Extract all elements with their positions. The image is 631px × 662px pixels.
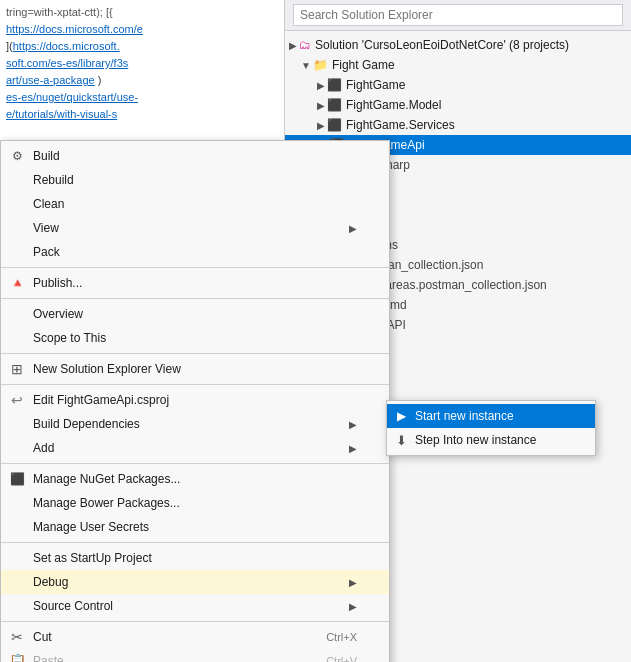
menu-item-clean[interactable]: Clean [1, 192, 389, 216]
fightgame-model-arrow: ▶ [317, 100, 325, 111]
step-into-icon: ⬇ [391, 433, 411, 448]
fightgame-services-arrow: ▶ [317, 120, 325, 131]
separator-6 [1, 542, 389, 543]
separator-7 [1, 621, 389, 622]
editor-line-3: ](https://docs.microsoft. [6, 38, 278, 55]
menu-item-add-label: Add [33, 441, 54, 455]
tree-item-fightgame[interactable]: ▶ ⬛ FightGame [285, 75, 631, 95]
menu-item-rebuild[interactable]: Rebuild [1, 168, 389, 192]
menu-item-pack[interactable]: Pack [1, 240, 389, 264]
menu-item-add[interactable]: Add ▶ [1, 436, 389, 460]
add-arrow: ▶ [349, 443, 357, 454]
menu-item-overview-label: Overview [33, 307, 83, 321]
separator-1 [1, 267, 389, 268]
menu-item-build-deps-label: Build Dependencies [33, 417, 140, 431]
menu-item-scope[interactable]: Scope to This [1, 326, 389, 350]
menu-item-build-label: Build [33, 149, 60, 163]
menu-item-paste[interactable]: 📋 Paste Ctrl+V [1, 649, 389, 662]
menu-item-view[interactable]: View ▶ [1, 216, 389, 240]
submenu-item-step-into-label: Step Into new instance [415, 433, 536, 447]
submenu-item-start-new-label: Start new instance [415, 409, 514, 423]
menu-item-overview[interactable]: Overview [1, 302, 389, 326]
menu-item-debug[interactable]: Debug ▶ [1, 570, 389, 594]
editor-line-5: art/use-a-package ) [6, 72, 278, 89]
new-solution-view-icon: ⊞ [7, 361, 27, 377]
editor-line-2: https://docs.microsoft.com/e [6, 21, 278, 38]
project-icon-fightgame: ⬛ [327, 78, 342, 92]
fightgame-folder-label: Fight Game [332, 58, 395, 72]
debug-submenu: ▶ Start new instance ⬇ Step Into new ins… [386, 400, 596, 456]
project-icon-model: ⬛ [327, 98, 342, 112]
separator-2 [1, 298, 389, 299]
fightgame-services-label: FightGame.Services [346, 118, 455, 132]
menu-item-publish[interactable]: 🔺 Publish... [1, 271, 389, 295]
menu-item-new-solution-view[interactable]: ⊞ New Solution Explorer View [1, 357, 389, 381]
tree-item-fightgame-services[interactable]: ▶ ⬛ FightGame.Services [285, 115, 631, 135]
folder-icon: 📁 [313, 58, 328, 72]
menu-item-paste-label: Paste [33, 654, 64, 662]
menu-item-build[interactable]: ⚙ Build [1, 144, 389, 168]
menu-item-new-solution-view-label: New Solution Explorer View [33, 362, 181, 376]
context-menu: ⚙ Build Rebuild Clean View ▶ Pack 🔺 Publ… [0, 140, 390, 662]
menu-item-debug-label: Debug [33, 575, 68, 589]
menu-item-source-control[interactable]: Source Control ▶ [1, 594, 389, 618]
submenu-item-step-into[interactable]: ⬇ Step Into new instance [387, 428, 595, 452]
menu-item-nuget-label: Manage NuGet Packages... [33, 472, 180, 486]
tree-item-fightgame-folder[interactable]: ▼ 📁 Fight Game [285, 55, 631, 75]
paste-icon: 📋 [7, 653, 27, 662]
menu-item-build-deps[interactable]: Build Dependencies ▶ [1, 412, 389, 436]
menu-item-edit-csproj-label: Edit FightGameApi.csproj [33, 393, 169, 407]
menu-item-bower[interactable]: Manage Bower Packages... [1, 491, 389, 515]
cut-shortcut: Ctrl+X [326, 631, 357, 643]
cut-icon: ✂ [7, 629, 27, 645]
solution-root-label: Solution 'CursoLeonEoiDotNetCore' (8 pro… [315, 38, 569, 52]
menu-item-bower-label: Manage Bower Packages... [33, 496, 180, 510]
build-icon: ⚙ [7, 149, 27, 163]
fightgame-label: FightGame [346, 78, 405, 92]
separator-3 [1, 353, 389, 354]
menu-item-publish-label: Publish... [33, 276, 82, 290]
solution-icon: 🗂 [299, 38, 311, 52]
solution-explorer-header [285, 0, 631, 31]
menu-item-scope-label: Scope to This [33, 331, 106, 345]
build-deps-arrow: ▶ [349, 419, 357, 430]
menu-item-user-secrets[interactable]: Manage User Secrets [1, 515, 389, 539]
project-icon-services: ⬛ [327, 118, 342, 132]
solution-explorer-search[interactable] [293, 4, 623, 26]
solution-root-arrow: ▶ [289, 40, 297, 51]
solution-root-item[interactable]: ▶ 🗂 Solution 'CursoLeonEoiDotNetCore' (8… [285, 35, 631, 55]
menu-item-rebuild-label: Rebuild [33, 173, 74, 187]
editor-line-1: tring=with-xptat-ctt); [{ [6, 4, 278, 21]
menu-item-startup-label: Set as StartUp Project [33, 551, 152, 565]
debug-arrow: ▶ [349, 577, 357, 588]
menu-item-user-secrets-label: Manage User Secrets [33, 520, 149, 534]
separator-5 [1, 463, 389, 464]
menu-item-cut[interactable]: ✂ Cut Ctrl+X [1, 625, 389, 649]
submenu-item-start-new[interactable]: ▶ Start new instance [387, 404, 595, 428]
menu-item-clean-label: Clean [33, 197, 64, 211]
fightgame-model-label: FightGame.Model [346, 98, 441, 112]
editor-line-4: soft.com/es-es/library/f3s [6, 55, 278, 72]
editor-line-7: e/tutorials/with-visual-s [6, 106, 278, 123]
separator-4 [1, 384, 389, 385]
view-arrow-right: ▶ [349, 223, 357, 234]
source-control-arrow: ▶ [349, 601, 357, 612]
fightgame-arrow: ▶ [317, 80, 325, 91]
menu-item-source-control-label: Source Control [33, 599, 113, 613]
publish-icon: 🔺 [7, 276, 27, 290]
paste-shortcut: Ctrl+V [326, 655, 357, 662]
menu-item-startup[interactable]: Set as StartUp Project [1, 546, 389, 570]
start-new-icon: ▶ [391, 409, 411, 423]
menu-item-edit-csproj[interactable]: ↩ Edit FightGameApi.csproj [1, 388, 389, 412]
tree-item-fightgame-model[interactable]: ▶ ⬛ FightGame.Model [285, 95, 631, 115]
editor-line-6: es-es/nuget/quickstart/use- [6, 89, 278, 106]
menu-item-nuget[interactable]: ⬛ Manage NuGet Packages... [1, 467, 389, 491]
menu-item-cut-label: Cut [33, 630, 52, 644]
menu-item-pack-label: Pack [33, 245, 60, 259]
edit-csproj-icon: ↩ [7, 392, 27, 408]
nuget-icon: ⬛ [7, 472, 27, 486]
fightgame-folder-arrow: ▼ [301, 60, 311, 71]
menu-item-view-label: View [33, 221, 59, 235]
